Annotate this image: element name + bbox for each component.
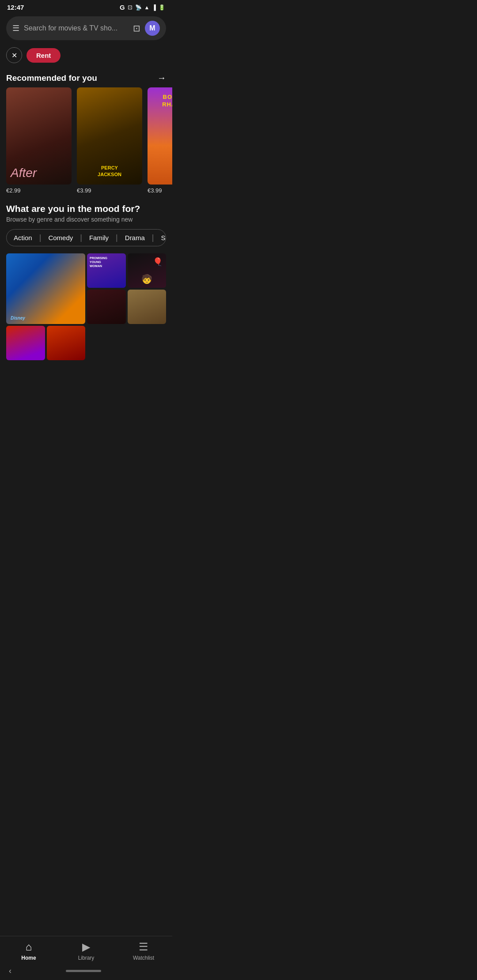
cast-status-icon: 📡 [135,4,142,11]
grid-cell-raya[interactable]: Disney [6,253,85,324]
google-icon: G [120,4,125,11]
recommended-header: Recommended for you → [0,69,172,87]
grid-cell-horse[interactable] [128,290,167,324]
signal-icon: ▐ [152,4,156,11]
movie-card-bohemian[interactable]: BOHEMIANRHAPSODY €3.99 [148,87,172,194]
wifi-icon: ▲ [144,4,150,11]
search-bar[interactable]: ☰ Search for movies & TV sho... ⊡ M [6,16,166,40]
percy-title-overlay: PERCYJACKSON [98,165,121,177]
genre-action[interactable]: Action [7,233,39,242]
menu-icon[interactable]: ☰ [12,23,19,33]
it-balloon: 🎈 [153,257,163,267]
search-placeholder: Search for movies & TV sho... [24,24,129,32]
avatar[interactable]: M [145,21,160,36]
movie-poster-percy: PERCYJACKSON [77,87,142,185]
status-time: 12:47 [7,4,24,11]
mood-grid: Disney PROMISINGYOUNGWOMAN 🎈 🧒 [6,253,166,360]
after-title-overlay: After [11,166,37,180]
movie-price-percy: €3.99 [77,187,142,194]
movie-poster-bohemian: BOHEMIANRHAPSODY [148,87,172,185]
genre-drama[interactable]: Drama [118,233,152,242]
movie-price-bohemian: €3.99 [148,187,172,194]
movie-card-after[interactable]: After €2.99 [6,87,72,194]
bohemian-title-overlay: BOHEMIANRHAPSODY [162,94,172,109]
grid-cell-super[interactable] [6,326,45,360]
mood-section: What are you in the mood for? Browse by … [0,199,172,364]
grid-cell-it[interactable]: 🎈 🧒 [128,253,167,288]
mood-title: What are you in the mood for? [6,204,166,214]
recommended-movies: After €2.99 PERCYJACKSON €3.99 BOHEMIANR… [0,87,172,199]
status-icons: G ⊡ 📡 ▲ ▐ 🔋 [120,4,165,11]
grid-cell-promising[interactable]: PROMISINGYOUNGWOMAN [87,253,126,288]
it-figure: 🧒 [141,274,152,284]
battery-icon: 🔋 [159,4,165,11]
recommended-title: Recommended for you [6,73,97,83]
grid-cell-emily[interactable] [47,326,86,360]
grid-cell-after[interactable] [87,290,126,324]
filter-row: ✕ Rent [0,45,172,69]
cast-icon[interactable]: ⊡ [133,23,140,34]
genre-family[interactable]: Family [82,233,116,242]
genre-row: Action | Comedy | Family | Drama | Sci-f… [6,229,166,246]
genre-comedy[interactable]: Comedy [41,233,80,242]
movie-price-after: €2.99 [6,187,72,194]
genre-scifi[interactable]: Sci-fi [154,233,167,242]
disney-logo: Disney [11,316,25,320]
promising-title: PROMISINGYOUNGWOMAN [90,256,123,268]
clear-filter-button[interactable]: ✕ [6,47,22,63]
mood-subtitle: Browse by genre and discover something n… [6,216,166,223]
movie-card-percy[interactable]: PERCYJACKSON €3.99 [77,87,142,194]
status-bar: 12:47 G ⊡ 📡 ▲ ▐ 🔋 [0,0,172,13]
rent-filter-button[interactable]: Rent [26,48,61,63]
screenshot-icon: ⊡ [128,4,132,11]
recommended-see-all-button[interactable]: → [157,73,166,83]
movie-poster-after: After [6,87,72,185]
